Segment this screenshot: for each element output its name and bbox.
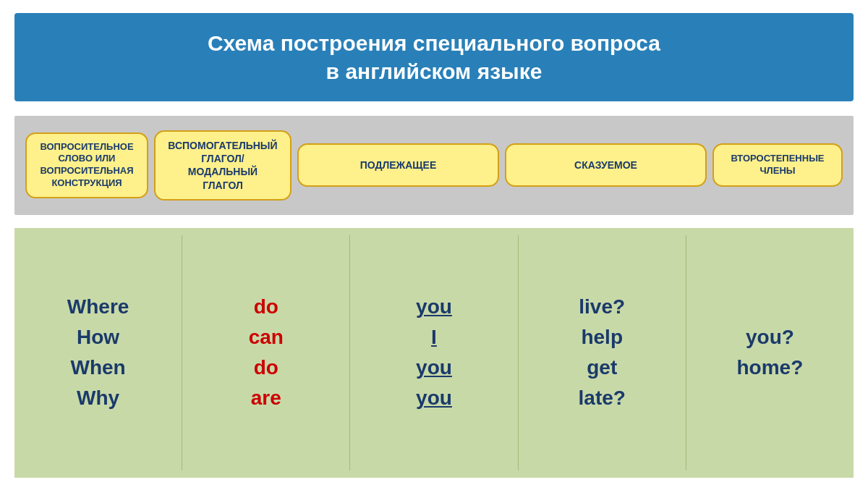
- ex-you-3: you: [416, 383, 452, 413]
- ex-home: home?: [737, 353, 804, 383]
- examples-col-4: live? help get late?: [519, 235, 686, 471]
- main-container: Схема построения специального вопроса в …: [0, 0, 868, 485]
- title-line1: Схема построения специального вопроса: [208, 31, 660, 55]
- schema-label-4: СКАЗУЕМОЕ: [574, 159, 637, 172]
- examples-col-3: you I you you: [350, 235, 518, 471]
- ex-get: get: [587, 353, 617, 383]
- schema-box-question-word: ВОПРОСИТЕЛЬНОЕСЛОВО ИЛИВОПРОСИТЕЛЬНАЯКОН…: [25, 132, 148, 199]
- ex-live: live?: [579, 292, 625, 322]
- schema-box-auxiliary-verb: ВСПОМОГАТЕЛЬНЫЙГЛАГОЛ/МОДАЛЬНЫЙГЛАГОЛ: [154, 130, 292, 201]
- schema-section: ВОПРОСИТЕЛЬНОЕСЛОВО ИЛИВОПРОСИТЕЛЬНАЯКОН…: [14, 116, 854, 215]
- ex-do-1: do: [254, 292, 278, 322]
- ex-when: When: [70, 353, 125, 383]
- schema-label-3: ПОДЛЕЖАЩЕЕ: [360, 159, 437, 172]
- ex-you-q: you?: [746, 322, 794, 353]
- ex-empty-1: [767, 292, 773, 322]
- title-text: Схема построения специального вопроса в …: [43, 29, 825, 85]
- ex-you-1: you: [416, 292, 452, 322]
- schema-label-1: ВОПРОСИТЕЛЬНОЕСЛОВО ИЛИВОПРОСИТЕЛЬНАЯКОН…: [40, 141, 133, 190]
- schema-box-secondary-members: ВТОРОСТЕПЕННЫЕЧЛЕНЫ: [712, 143, 843, 187]
- ex-empty-2: [767, 383, 773, 413]
- title-line2: в английском языке: [326, 59, 542, 83]
- examples-section: Where How When Why do can do are you I y…: [14, 228, 854, 478]
- ex-why: Why: [77, 383, 119, 413]
- schema-label-5: ВТОРОСТЕПЕННЫЕЧЛЕНЫ: [731, 153, 824, 177]
- ex-can: can: [249, 322, 284, 353]
- examples-col-2: do can do are: [182, 235, 350, 471]
- examples-col-5: you? home?: [686, 235, 854, 471]
- ex-how: How: [77, 322, 119, 353]
- schema-box-subject: ПОДЛЕЖАЩЕЕ: [297, 143, 499, 187]
- examples-col-1: Where How When Why: [14, 235, 182, 471]
- ex-help: help: [581, 322, 623, 353]
- schema-box-predicate: СКАЗУЕМОЕ: [505, 143, 707, 187]
- title-section: Схема построения специального вопроса в …: [14, 13, 854, 101]
- ex-late: late?: [579, 383, 626, 413]
- ex-i: I: [431, 322, 437, 353]
- ex-you-2: you: [416, 353, 452, 383]
- ex-are: are: [251, 383, 281, 413]
- ex-do-2: do: [254, 353, 278, 383]
- ex-where: Where: [67, 292, 129, 322]
- schema-label-2: ВСПОМОГАТЕЛЬНЫЙГЛАГОЛ/МОДАЛЬНЫЙГЛАГОЛ: [168, 139, 277, 192]
